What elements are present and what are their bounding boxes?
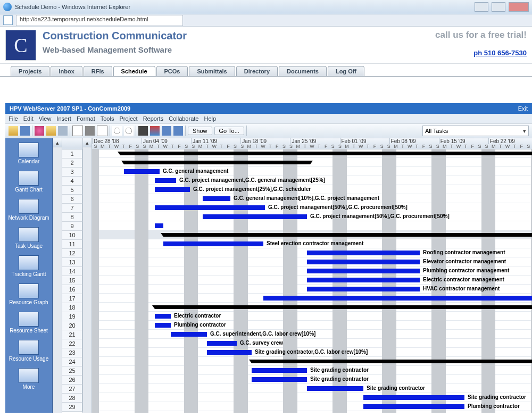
view-resource-sheet[interactable]: Resource Sheet [5, 311, 52, 339]
filter-icon[interactable] [162, 126, 171, 136]
row-header[interactable]: 5 [62, 186, 82, 195]
summary-bar[interactable] [163, 233, 532, 237]
task-bar[interactable] [363, 395, 464, 400]
summary-bar[interactable] [155, 305, 532, 309]
url-field[interactable]: http://da223.temporaryurl.net/scheduleDe… [16, 15, 183, 26]
task-bar[interactable] [155, 178, 176, 183]
phone-link[interactable]: ph 510 656-7530 [435, 49, 527, 57]
goto-button[interactable]: Go To... [214, 127, 244, 135]
tab-inbox[interactable]: Inbox [51, 66, 82, 76]
row-header[interactable]: 4 [62, 177, 82, 186]
row-header[interactable]: 9 [62, 222, 82, 231]
task-bar[interactable] [171, 332, 207, 337]
task-bar[interactable] [155, 323, 171, 328]
row-header[interactable]: 28 [62, 394, 82, 403]
tab-documents[interactable]: Documents [279, 66, 327, 76]
row-header[interactable]: 16 [62, 285, 82, 294]
task-bar[interactable] [307, 278, 420, 282]
row-header[interactable]: 15 [62, 276, 82, 285]
row-header[interactable]: 3 [62, 168, 82, 177]
task-bar[interactable] [263, 296, 532, 301]
row-header[interactable]: 14 [62, 267, 82, 276]
zoom-out-icon[interactable] [112, 126, 122, 136]
gantt-chart[interactable]: Dec 28 '08Jan 04 '09Jan 11 '09Jan 18 '09… [92, 138, 532, 413]
task-bar[interactable] [307, 269, 420, 273]
view-more[interactable]: More [5, 367, 52, 395]
row-header[interactable]: 11 [62, 240, 82, 249]
window-maximize-button[interactable] [492, 2, 505, 12]
row-header[interactable]: 25 [62, 366, 82, 376]
task-bar[interactable] [155, 223, 163, 228]
mail-icon[interactable] [97, 126, 107, 136]
save-icon[interactable] [20, 126, 30, 136]
menu-edit[interactable]: Edit [23, 115, 34, 122]
menu-project[interactable]: Project [119, 115, 137, 122]
paste-icon[interactable] [58, 126, 68, 136]
row-header[interactable]: 22 [62, 339, 82, 348]
menu-help[interactable]: Help [204, 115, 216, 122]
view-gantt-chart[interactable]: Gantt Chart [5, 170, 52, 198]
row-header[interactable]: 18 [62, 303, 82, 312]
view-resource-graph[interactable]: Resource Graph [5, 282, 52, 311]
task-bar[interactable] [307, 386, 363, 391]
row-header[interactable]: 27 [62, 385, 82, 394]
menu-insert[interactable]: Insert [56, 115, 71, 122]
row-header[interactable]: 20 [62, 321, 82, 330]
gantt-body[interactable]: G.C. general managementG.C. project mana… [92, 149, 532, 413]
view-resource-usage[interactable]: Resource Usage [5, 339, 52, 367]
task-bar[interactable] [307, 251, 420, 255]
row-header[interactable]: 29 [62, 403, 82, 412]
row-header[interactable]: 10 [62, 231, 82, 240]
tab-log-off[interactable]: Log Off [328, 66, 364, 76]
task-bar[interactable] [203, 214, 307, 219]
menu-view[interactable]: View [39, 115, 52, 122]
splitter-left[interactable]: ▴ [53, 138, 62, 413]
task-bar[interactable] [203, 196, 230, 201]
tab-directory[interactable]: Directory [236, 66, 278, 76]
row-header[interactable]: 7 [62, 204, 82, 213]
task-bar[interactable] [163, 241, 263, 246]
row-header[interactable]: 26 [62, 376, 82, 385]
summary-bar[interactable] [120, 152, 532, 155]
row-header[interactable]: 17 [62, 294, 82, 303]
view-tracking-gantt[interactable]: Tracking Gantt [5, 254, 52, 282]
menu-collaborate[interactable]: Collaborate [169, 115, 198, 122]
row-header[interactable]: 6 [62, 195, 82, 204]
copy-icon[interactable] [46, 126, 56, 136]
row-header[interactable]: 2 [62, 159, 82, 168]
tab-rfis[interactable]: RFIs [84, 66, 112, 76]
summary-bar[interactable] [124, 161, 310, 164]
task-bar[interactable] [155, 314, 171, 319]
task-bar[interactable] [207, 341, 237, 346]
task-bar[interactable] [155, 205, 265, 210]
task-filter-dropdown[interactable]: All Tasks [422, 126, 529, 136]
splitter-grid[interactable]: ▴ [82, 138, 92, 413]
row-header[interactable]: 23 [62, 348, 82, 357]
task-bar[interactable] [307, 287, 420, 291]
window-minimize-button[interactable] [475, 2, 488, 12]
summary-bar[interactable] [252, 360, 532, 363]
row-header[interactable]: 13 [62, 258, 82, 267]
menu-reports[interactable]: Reports [143, 115, 164, 122]
group-icon[interactable] [173, 126, 183, 136]
find-icon[interactable] [138, 126, 148, 136]
row-header[interactable]: 8 [62, 213, 82, 222]
row-header[interactable]: 24 [62, 357, 82, 366]
sort-icon[interactable] [150, 126, 160, 136]
tab-schedule[interactable]: Schedule [113, 66, 155, 76]
view-network-diagram[interactable]: Network Diagram [5, 198, 52, 226]
task-bar[interactable] [252, 377, 307, 382]
menu-format[interactable]: Format [77, 115, 95, 122]
tab-submittals[interactable]: Submittals [189, 66, 235, 76]
preview-icon[interactable] [72, 126, 83, 136]
task-bar[interactable] [207, 350, 252, 355]
show-button[interactable]: Show [188, 127, 212, 135]
zoom-in-icon[interactable] [124, 126, 134, 136]
open-icon[interactable] [9, 126, 18, 136]
row-header[interactable]: 1 [62, 149, 82, 159]
task-bar[interactable] [252, 368, 307, 373]
menu-file[interactable]: File [9, 115, 18, 122]
menu-tools[interactable]: Tools [101, 115, 114, 122]
print-icon[interactable] [85, 126, 95, 136]
row-header[interactable]: 12 [62, 249, 82, 258]
